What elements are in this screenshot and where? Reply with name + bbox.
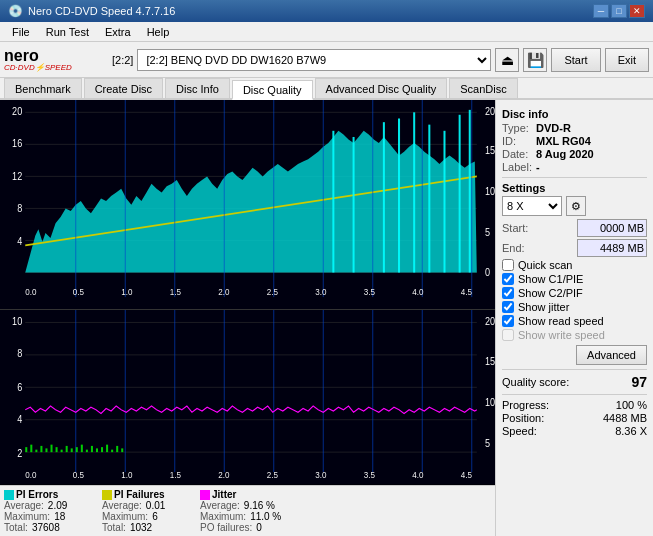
advanced-button[interactable]: Advanced: [576, 345, 647, 365]
titlebar-controls[interactable]: ─ □ ✕: [593, 4, 645, 18]
svg-text:5: 5: [485, 226, 490, 238]
svg-text:1.5: 1.5: [170, 286, 181, 297]
pi-errors-avg-key: Average:: [4, 500, 44, 511]
start-button[interactable]: Start: [551, 48, 600, 72]
disc-id-label: ID:: [502, 135, 532, 147]
progress-value: 100 %: [616, 399, 647, 411]
pi-failures-max-row: Maximum: 6: [102, 511, 192, 522]
svg-text:4.5: 4.5: [461, 286, 472, 297]
disc-date-label: Date:: [502, 148, 532, 160]
svg-rect-73: [35, 450, 37, 452]
close-button[interactable]: ✕: [629, 4, 645, 18]
jitter-avg-val: 9.16 %: [244, 500, 275, 511]
pi-failures-label: PI Failures: [114, 489, 165, 500]
top-chart-svg: 20 16 12 8 4 20 15 10 5 0: [0, 100, 495, 309]
eject-button[interactable]: ⏏: [495, 48, 519, 72]
svg-text:8: 8: [17, 202, 22, 214]
show-read-speed-label: Show read speed: [518, 315, 604, 327]
menu-extra[interactable]: Extra: [97, 24, 139, 40]
svg-rect-74: [40, 446, 42, 452]
svg-text:2.5: 2.5: [267, 470, 278, 481]
tabbar: Benchmark Create Disc Disc Info Disc Qua…: [0, 78, 653, 100]
chart-top: 20 16 12 8 4 20 15 10 5 0: [0, 100, 495, 310]
show-c2pif-checkbox[interactable]: [502, 287, 514, 299]
exit-button[interactable]: Exit: [605, 48, 649, 72]
menu-run-test[interactable]: Run Test: [38, 24, 97, 40]
svg-text:10: 10: [485, 397, 495, 409]
svg-rect-78: [61, 450, 63, 452]
svg-text:3.0: 3.0: [315, 286, 326, 297]
maximize-button[interactable]: □: [611, 4, 627, 18]
content-wrapper: 20 16 12 8 4 20 15 10 5 0: [0, 100, 653, 536]
svg-text:3.0: 3.0: [315, 470, 326, 481]
drive-select[interactable]: [2:2] BENQ DVD DD DW1620 B7W9: [137, 49, 491, 71]
svg-text:10: 10: [485, 185, 495, 197]
tab-advanced-disc-quality[interactable]: Advanced Disc Quality: [315, 78, 448, 98]
svg-text:12: 12: [12, 170, 22, 182]
show-read-speed-checkbox[interactable]: [502, 315, 514, 327]
svg-text:1.0: 1.0: [121, 286, 132, 297]
pi-errors-max-val: 18: [54, 511, 65, 522]
svg-rect-72: [30, 445, 32, 452]
svg-text:20: 20: [485, 316, 495, 328]
jitter-po-val: 0: [256, 522, 262, 533]
show-c1pie-checkbox[interactable]: [502, 273, 514, 285]
menu-file[interactable]: File: [4, 24, 38, 40]
app-icon: 💿: [8, 4, 23, 18]
jitter-max-row: Maximum: 11.0 %: [200, 511, 290, 522]
settings-icon-btn[interactable]: ⚙: [566, 196, 586, 216]
speed-select[interactable]: 8 X: [502, 196, 562, 216]
save-button[interactable]: 💾: [523, 48, 547, 72]
svg-text:1.5: 1.5: [170, 470, 181, 481]
right-panel: Disc info Type: DVD-R ID: MXL RG04 Date:…: [495, 100, 653, 536]
charts-container: 20 16 12 8 4 20 15 10 5 0: [0, 100, 495, 536]
pi-errors-label: PI Errors: [16, 489, 58, 500]
svg-rect-87: [106, 445, 108, 452]
start-mb-input[interactable]: [577, 219, 647, 237]
show-write-speed-row: Show write speed: [502, 329, 647, 341]
svg-rect-47: [0, 310, 495, 485]
show-c1pie-row: Show C1/PIE: [502, 273, 647, 285]
svg-text:2.0: 2.0: [218, 470, 229, 481]
svg-text:10: 10: [12, 316, 22, 328]
svg-rect-90: [121, 449, 123, 453]
show-jitter-checkbox[interactable]: [502, 301, 514, 313]
divider-1: [502, 177, 647, 178]
toolbar: nero CD·DVD⚡SPEED [2:2] [2:2] BENQ DVD D…: [0, 42, 653, 78]
tab-benchmark[interactable]: Benchmark: [4, 78, 82, 98]
minimize-button[interactable]: ─: [593, 4, 609, 18]
settings-title: Settings: [502, 182, 647, 194]
tab-create-disc[interactable]: Create Disc: [84, 78, 163, 98]
pi-failures-avg-key: Average:: [102, 500, 142, 511]
position-row: Position: 4488 MB: [502, 412, 647, 424]
position-value: 4488 MB: [603, 412, 647, 424]
svg-text:16: 16: [12, 137, 22, 149]
svg-text:1.0: 1.0: [121, 470, 132, 481]
menu-help[interactable]: Help: [139, 24, 178, 40]
quick-scan-checkbox[interactable]: [502, 259, 514, 271]
disc-info-title: Disc info: [502, 108, 647, 120]
divider-3: [502, 394, 647, 395]
svg-text:0.5: 0.5: [73, 286, 84, 297]
disc-id-row: ID: MXL RG04: [502, 135, 647, 147]
show-c2pif-label: Show C2/PIF: [518, 287, 583, 299]
svg-text:4.0: 4.0: [412, 286, 423, 297]
tab-disc-quality[interactable]: Disc Quality: [232, 80, 313, 100]
show-c2pif-row: Show C2/PIF: [502, 287, 647, 299]
tab-scandisc[interactable]: ScanDisc: [449, 78, 517, 98]
app-title: Nero CD-DVD Speed 4.7.7.16: [28, 5, 175, 17]
svg-text:20: 20: [485, 105, 495, 117]
pi-errors-max-row: Maximum: 18: [4, 511, 94, 522]
jitter-color: [200, 490, 210, 500]
disc-date-value: 8 Aug 2020: [536, 148, 594, 160]
tab-disc-info[interactable]: Disc Info: [165, 78, 230, 98]
svg-text:15: 15: [485, 355, 495, 367]
chart-bottom: 10 8 6 4 2 20 15 10 5: [0, 310, 495, 485]
charts-and-panel: 20 16 12 8 4 20 15 10 5 0: [0, 100, 653, 536]
pi-errors-total-row: Total: 37608: [4, 522, 94, 533]
titlebar-left: 💿 Nero CD-DVD Speed 4.7.7.16: [8, 4, 175, 18]
end-mb-input[interactable]: [577, 239, 647, 257]
nero-logo: nero CD·DVD⚡SPEED: [4, 45, 104, 75]
pi-failures-avg-row: Average: 0.01: [102, 500, 192, 511]
jitter-stat: Jitter Average: 9.16 % Maximum: 11.0 % P…: [200, 489, 290, 533]
